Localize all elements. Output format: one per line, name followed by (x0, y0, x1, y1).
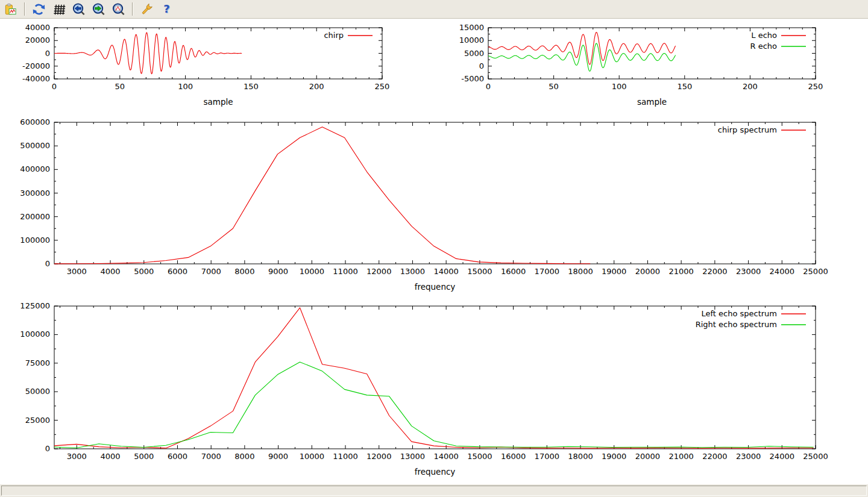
x-tick-label: 50 (115, 82, 125, 91)
autoscale-plot-button[interactable] (110, 1, 127, 17)
x-tick-label: 11000 (333, 452, 357, 461)
zoom-all-icon (112, 2, 125, 16)
x-tick-label: 17000 (535, 267, 559, 276)
zoom-next-button[interactable] (90, 1, 107, 17)
legend-label: chirp (324, 31, 344, 40)
x-tick-label: 19000 (602, 267, 626, 276)
x-tick-label: 11000 (333, 267, 357, 276)
configure-button[interactable] (139, 1, 155, 17)
x-axis-label: sample (637, 97, 667, 107)
chart-chirp-signal: 050100150200250-40000-2000002000040000sa… (22, 23, 389, 107)
x-tick-label: 4000 (100, 267, 120, 276)
x-tick-label: 5000 (134, 452, 154, 461)
y-tick-label: 0 (479, 61, 484, 70)
x-tick-label: 3000 (67, 452, 87, 461)
series-l-echo (488, 33, 676, 64)
x-tick-label: 150 (244, 82, 259, 91)
wrench-icon (140, 2, 154, 16)
y-tick-label: 40000 (25, 23, 50, 32)
legend-label: L echo (751, 31, 777, 40)
x-tick-label: 50 (549, 82, 559, 91)
status-text (1, 486, 867, 496)
series-chirp-spectrum (54, 127, 590, 264)
x-tick-label: 4000 (100, 452, 120, 461)
y-tick-label: 0 (45, 444, 50, 453)
help-icon: ?? (160, 2, 174, 16)
y-tick-label: 0 (45, 259, 50, 268)
clipboard-plot-icon (4, 2, 17, 16)
svg-text:?: ? (163, 2, 170, 15)
y-tick-label: 20000 (25, 36, 50, 45)
x-tick-label: 13000 (400, 267, 425, 276)
x-tick-label: 0 (486, 82, 491, 91)
toolbar: ?? (0, 0, 868, 19)
y-tick-label: 300000 (20, 189, 50, 198)
x-tick-label: 8000 (234, 452, 254, 461)
refresh-icon (32, 2, 46, 16)
x-tick-label: 25000 (803, 267, 828, 276)
x-tick-label: 250 (375, 82, 390, 91)
x-tick-label: 8000 (234, 267, 254, 276)
toolbar-separator (24, 2, 25, 16)
tick-marks (54, 122, 816, 264)
x-tick-label: 200 (743, 82, 758, 91)
series-chirp (54, 33, 242, 74)
y-tick-label: 125000 (20, 301, 50, 310)
y-tick-label: -40000 (22, 74, 50, 83)
x-tick-label: 25000 (803, 452, 828, 461)
zoom-back-icon (72, 2, 86, 16)
x-tick-label: 7000 (201, 267, 221, 276)
y-tick-label: 500000 (20, 141, 50, 150)
y-tick-label: 10000 (459, 36, 484, 45)
x-tick-label: 22000 (702, 452, 727, 461)
y-tick-label: 600000 (20, 117, 50, 127)
copy-to-clipboard-button[interactable] (2, 1, 19, 17)
y-tick-label: 25000 (25, 416, 50, 425)
y-tick-label: 200000 (20, 212, 50, 221)
x-tick-label: 3000 (67, 267, 87, 276)
legend-label: Left echo spectrum (701, 309, 777, 318)
chart-echo-spectra: 3000400050006000700080009000100001100012… (20, 301, 828, 477)
x-tick-label: 20000 (635, 267, 660, 276)
toolbar-separator (132, 2, 133, 16)
x-tick-label: 6000 (168, 452, 187, 461)
y-tick-label: -5000 (461, 74, 484, 83)
y-tick-label: -20000 (22, 61, 50, 70)
x-tick-label: 17000 (535, 452, 559, 461)
help-button[interactable]: ?? (159, 1, 175, 17)
plot-canvas[interactable]: 050100150200250-40000-2000002000040000sa… (0, 0, 868, 497)
legend-label: Right echo spectrum (696, 320, 777, 329)
x-tick-label: 15000 (467, 452, 492, 461)
x-tick-label: 12000 (366, 452, 391, 461)
x-tick-label: 10000 (300, 452, 324, 461)
x-axis-label: frequency (415, 467, 456, 477)
x-tick-label: 9000 (268, 452, 288, 461)
y-tick-label: 0 (45, 49, 50, 58)
x-tick-label: 9000 (268, 267, 288, 276)
x-tick-label: 13000 (400, 452, 425, 461)
y-tick-label: 400000 (20, 164, 50, 173)
x-tick-label: 21000 (668, 267, 693, 276)
toggle-grid-button[interactable] (51, 1, 67, 17)
x-tick-label: 0 (52, 82, 57, 91)
x-tick-label: 14000 (433, 452, 458, 461)
x-tick-label: 23000 (736, 267, 761, 276)
x-tick-label: 23000 (736, 452, 761, 461)
grid-icon (52, 2, 66, 16)
x-tick-label: 18000 (568, 452, 593, 461)
zoom-previous-button[interactable] (71, 1, 87, 17)
x-tick-label: 7000 (201, 452, 221, 461)
zoom-forward-icon (92, 2, 105, 16)
x-tick-label: 24000 (770, 267, 794, 276)
replot-button[interactable] (31, 1, 47, 17)
legend-label: chirp spectrum (718, 125, 777, 134)
x-tick-label: 24000 (770, 452, 794, 461)
x-tick-label: 21000 (668, 452, 693, 461)
x-tick-label: 100 (178, 82, 193, 91)
plot-border (54, 122, 816, 264)
x-tick-label: 18000 (568, 267, 593, 276)
y-tick-label: 5000 (464, 49, 484, 58)
x-tick-label: 19000 (602, 452, 626, 461)
x-tick-label: 15000 (467, 267, 492, 276)
x-tick-label: 20000 (635, 452, 660, 461)
